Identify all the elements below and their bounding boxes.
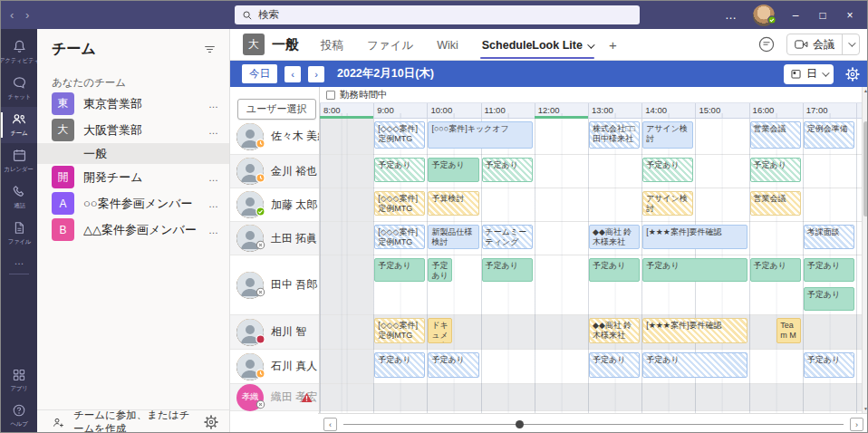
scroll-up-arrow[interactable]: ▲ bbox=[863, 88, 868, 93]
team-more-button[interactable]: … bbox=[207, 198, 220, 209]
titlebar-more-button[interactable]: … bbox=[716, 8, 746, 22]
chat-bubble-icon[interactable] bbox=[757, 35, 776, 53]
maximize-button[interactable]: □ bbox=[809, 1, 836, 29]
user-row-5[interactable]: 相川 智 bbox=[230, 315, 319, 350]
rail-item-help[interactable]: ヘルプ bbox=[1, 399, 37, 433]
event-block[interactable]: 定例会準備 bbox=[804, 121, 854, 149]
team-item-4[interactable]: B△△案件参画メンバー… bbox=[37, 216, 229, 243]
user-row-6[interactable]: 石川 真人 bbox=[230, 350, 319, 384]
event-block[interactable]: 予定あり bbox=[428, 258, 452, 282]
rail-item-calendar[interactable]: カレンダー bbox=[1, 143, 37, 179]
tab-wiki[interactable]: Wiki bbox=[435, 31, 460, 58]
vertical-scrollbar[interactable]: ▲ ▼ bbox=[862, 87, 868, 413]
user-select-button[interactable]: ユーザー選択 bbox=[237, 99, 316, 120]
tab-posts[interactable]: 投稿 bbox=[319, 30, 345, 60]
rail-item-apps[interactable]: アプリ bbox=[1, 363, 37, 399]
team-item-0[interactable]: 東東京営業部… bbox=[37, 91, 229, 117]
user-row-1[interactable]: 金川 裕也 bbox=[230, 155, 319, 188]
work-hours-checkbox[interactable] bbox=[326, 91, 335, 100]
rail-item-calls[interactable]: 通話 bbox=[1, 179, 37, 216]
minimize-button[interactable]: – bbox=[782, 1, 809, 29]
scroll-track[interactable] bbox=[343, 424, 844, 425]
event-block[interactable]: 予定あり bbox=[589, 352, 640, 378]
join-create-team[interactable]: チームに参加、またはチームを作成 bbox=[37, 409, 229, 433]
close-button[interactable]: × bbox=[836, 1, 863, 29]
team-item-1[interactable]: 大大阪営業部… bbox=[37, 117, 229, 143]
user-row-3[interactable]: 土田 拓眞 bbox=[230, 222, 319, 255]
rail-item-files[interactable]: ファイル bbox=[1, 216, 37, 252]
settings-gear-icon[interactable] bbox=[845, 67, 860, 82]
rail-item-teams[interactable]: チーム bbox=[1, 107, 37, 143]
meet-now-button[interactable]: 会議 bbox=[786, 34, 860, 55]
event-block[interactable]: ◆◆商社 鈴木様来社 bbox=[589, 318, 640, 343]
team-more-button[interactable]: … bbox=[207, 125, 220, 136]
event-block[interactable]: [◇◇◇案件]定例MTG bbox=[374, 318, 425, 343]
scroll-right-button[interactable]: › bbox=[850, 418, 863, 431]
history-forward-button[interactable]: › bbox=[25, 8, 29, 22]
channel-item-一般[interactable]: 一般 bbox=[37, 143, 229, 164]
event-block[interactable]: 予定あり bbox=[589, 258, 640, 282]
tab-files[interactable]: ファイル bbox=[365, 30, 415, 60]
event-block[interactable]: 予定あり bbox=[804, 258, 854, 282]
user-row-2[interactable]: 加藤 太郎 bbox=[230, 188, 319, 222]
event-block[interactable]: 予算検討 bbox=[428, 191, 478, 216]
today-button[interactable]: 今日 bbox=[242, 64, 277, 83]
event-block[interactable]: 予定あり bbox=[374, 258, 425, 282]
user-row-7[interactable]: 孝織織田 孝宏 bbox=[230, 384, 319, 411]
event-block[interactable]: [◇◇◇案件]定例MTG bbox=[374, 225, 425, 249]
rail-more-button[interactable]: … bbox=[14, 252, 24, 268]
event-block[interactable]: 予定あり bbox=[482, 158, 533, 182]
event-block[interactable]: 株式会社□□ 田中様来社 bbox=[589, 121, 640, 149]
prev-day-button[interactable]: ‹ bbox=[285, 66, 301, 82]
event-block[interactable]: チームミーティング bbox=[482, 225, 533, 249]
event-block[interactable]: [★★★案件]要件確認 bbox=[642, 225, 747, 249]
history-back-button[interactable]: ‹ bbox=[10, 8, 14, 22]
event-block[interactable]: [◇◇◇案件]定例MTG bbox=[374, 191, 425, 216]
search-input[interactable]: 検索 bbox=[235, 5, 640, 24]
team-more-button[interactable]: … bbox=[207, 172, 220, 183]
event-block[interactable]: 予定あり bbox=[428, 158, 478, 182]
event-block[interactable]: 予定あり bbox=[642, 258, 747, 282]
rail-item-activity[interactable]: アクティビティ bbox=[1, 34, 37, 71]
event-block[interactable]: 営業会議 bbox=[750, 121, 801, 149]
event-block[interactable]: 予定あり bbox=[750, 158, 801, 182]
user-row-0[interactable]: 佐々木 美紀 bbox=[230, 119, 319, 155]
event-block[interactable]: Team MTG bbox=[776, 318, 801, 343]
team-more-button[interactable]: … bbox=[207, 99, 220, 110]
rail-item-chat[interactable]: チャット bbox=[1, 71, 37, 107]
event-block[interactable]: [○○○案件]キックオフ bbox=[428, 121, 532, 149]
view-mode-select[interactable]: 日 bbox=[784, 64, 834, 84]
event-block[interactable]: ドキュメントレビュー bbox=[428, 318, 452, 343]
event-block[interactable]: 予定あり bbox=[374, 158, 425, 182]
event-block[interactable]: 予定あり bbox=[804, 352, 854, 378]
event-block[interactable]: [◇◇◇案件]定例MTG bbox=[374, 121, 425, 149]
event-block[interactable]: 予定あり bbox=[642, 352, 747, 378]
scroll-slider-handle[interactable] bbox=[516, 420, 524, 428]
scroll-left-button[interactable]: ‹ bbox=[323, 418, 337, 431]
event-block[interactable]: 営業会議 bbox=[750, 191, 801, 216]
event-block[interactable]: 予定あり bbox=[642, 158, 693, 182]
event-block[interactable]: 予定あり bbox=[804, 287, 854, 311]
event-block[interactable]: アサイン検討 bbox=[642, 191, 693, 216]
scroll-down-arrow[interactable]: ▼ bbox=[863, 406, 868, 411]
event-block[interactable]: 予定あり bbox=[428, 352, 478, 378]
event-block[interactable]: 予定あり bbox=[750, 258, 801, 282]
team-more-button[interactable]: … bbox=[207, 225, 220, 236]
event-block[interactable]: 新製品仕様検討 bbox=[428, 225, 478, 249]
event-block[interactable]: ◆◆商社 鈴木様来社 bbox=[589, 225, 640, 249]
user-row-4[interactable]: 田中 吾郎 bbox=[230, 255, 319, 315]
vertical-scroll-thumb[interactable] bbox=[863, 121, 868, 216]
event-block[interactable]: アサイン検討 bbox=[642, 121, 693, 149]
team-item-2[interactable]: 開開発チーム… bbox=[37, 164, 229, 190]
gear-icon[interactable] bbox=[204, 415, 218, 429]
add-tab-button[interactable]: + bbox=[609, 37, 617, 53]
user-avatar[interactable] bbox=[753, 5, 775, 26]
team-item-3[interactable]: A○○案件参画メンバー… bbox=[37, 190, 229, 216]
event-block[interactable]: [★★★案件]要件確認 bbox=[642, 318, 747, 343]
filter-icon[interactable] bbox=[203, 43, 217, 56]
event-block[interactable]: 考課面談 bbox=[804, 225, 854, 249]
event-block[interactable]: 予定あり bbox=[482, 258, 533, 282]
meet-options-button[interactable] bbox=[842, 34, 859, 54]
event-block[interactable]: 予定あり bbox=[374, 352, 425, 378]
next-day-button[interactable]: › bbox=[308, 66, 324, 82]
